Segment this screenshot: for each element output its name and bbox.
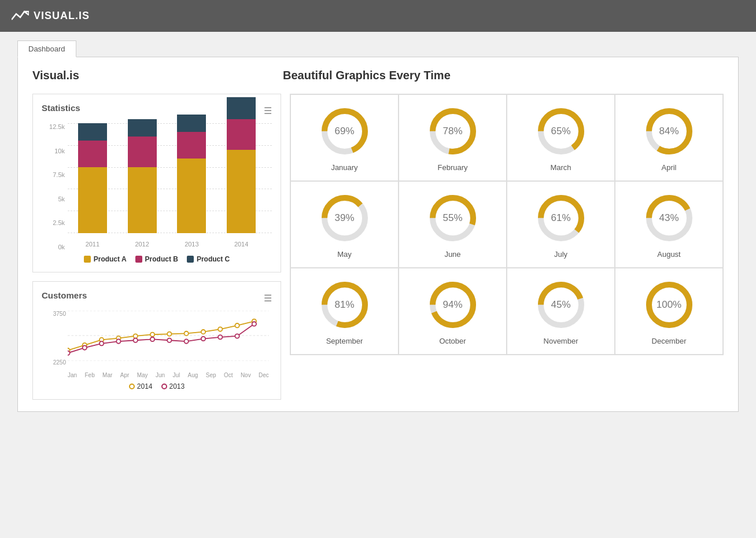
- donut-label: October: [439, 337, 466, 345]
- logo-icon: [12, 9, 29, 23]
- bar-stack-2012: [128, 119, 157, 233]
- content-wrapper: Dashboard Visual.is Beautiful Graphics E…: [0, 32, 756, 538]
- donut-label: August: [657, 250, 680, 259]
- donut-cell-december: 100%December: [615, 268, 723, 355]
- legend-dot: [187, 256, 194, 263]
- donut-wrapper: 94%: [427, 279, 479, 331]
- svg-point-15: [68, 351, 70, 355]
- donut-cell-september: 81%September: [290, 268, 399, 355]
- donut-text: 78%: [442, 126, 462, 137]
- donut-cell-july: 61%July: [507, 181, 615, 268]
- bars-container: [68, 123, 266, 233]
- panel-left-title: Visual.is: [32, 69, 79, 82]
- left-column: Statistics ☰ 12.5k 10k 7.5k 5k 2.5k 0k: [32, 94, 281, 400]
- donut-wrapper: 39%: [319, 192, 371, 244]
- donut-cell-june: 55%June: [399, 181, 507, 268]
- bar-group-2012: [125, 119, 160, 233]
- bar-chart-area: 12.5k 10k 7.5k 5k 2.5k 0k: [42, 123, 272, 250]
- legend-2014-dot: [129, 384, 135, 389]
- bar-segment-b: [227, 119, 256, 150]
- main-layout: Statistics ☰ 12.5k 10k 7.5k 5k 2.5k 0k: [32, 94, 724, 400]
- bar-segment-c: [78, 123, 107, 141]
- bar-segment-b: [78, 141, 107, 167]
- legend-dot: [135, 256, 142, 263]
- bar-segment-b: [128, 137, 157, 167]
- svg-point-13: [235, 323, 239, 327]
- panel-center-title: Beautiful Graphics Every Time: [283, 69, 451, 82]
- donut-text: 81%: [334, 299, 354, 311]
- panel-header: Visual.is Beautiful Graphics Every Time: [32, 69, 724, 82]
- tab-dashboard[interactable]: Dashboard: [17, 40, 76, 57]
- bar-segment-a: [177, 159, 206, 233]
- customers-card: Customers ☰ 3750 2250: [32, 281, 281, 400]
- line-chart-legend: 2014 2013: [42, 382, 272, 390]
- donut-text: 61%: [551, 212, 570, 224]
- svg-point-16: [83, 345, 87, 349]
- right-column: 69%January78%February65%March84%April39%…: [290, 94, 724, 400]
- bar-segment-a: [128, 167, 157, 233]
- svg-point-24: [218, 335, 222, 339]
- tabs-bar: Dashboard: [17, 40, 739, 57]
- customers-header: Customers ☰: [42, 290, 272, 306]
- svg-point-11: [201, 330, 205, 334]
- line-x-labels: Jan Feb Mar Apr May Jun Jul Aug Sep Oct …: [68, 372, 269, 378]
- donut-text: 45%: [551, 299, 570, 311]
- donut-label: November: [544, 337, 578, 345]
- donut-cell-november: 45%November: [507, 268, 615, 355]
- statistics-menu-icon[interactable]: ☰: [264, 105, 272, 116]
- donut-wrapper: 81%: [319, 279, 371, 331]
- donut-wrapper: 45%: [535, 279, 587, 331]
- donut-cell-august: 43%August: [615, 181, 723, 268]
- donut-wrapper: 55%: [427, 192, 479, 244]
- donut-label: January: [331, 163, 357, 172]
- legend-item-producta: Product A: [84, 255, 127, 263]
- legend-item-productc: Product C: [187, 255, 230, 263]
- donut-wrapper: 84%: [643, 105, 695, 157]
- svg-point-12: [218, 327, 222, 331]
- app-header: VISUAL.IS: [0, 0, 756, 32]
- donut-cell-april: 84%April: [615, 94, 723, 181]
- donut-grid: 69%January78%February65%March84%April39%…: [290, 94, 724, 355]
- donut-cell-march: 65%March: [507, 94, 615, 181]
- svg-point-7: [134, 334, 138, 338]
- donut-wrapper: 69%: [319, 105, 371, 157]
- donut-wrapper: 65%: [535, 105, 587, 157]
- customers-menu-icon[interactable]: ☰: [264, 293, 272, 304]
- donut-cell-february: 78%February: [399, 94, 507, 181]
- svg-point-9: [167, 332, 171, 336]
- svg-point-26: [252, 322, 256, 326]
- x-axis-labels: 2011201220132014: [68, 241, 266, 248]
- donut-text: 65%: [551, 126, 570, 137]
- donut-cell-january: 69%January: [290, 94, 399, 181]
- legend-item-productb: Product B: [135, 255, 178, 263]
- customers-y-labels: 3750 2250: [42, 311, 66, 366]
- donut-wrapper: 100%: [643, 279, 695, 331]
- dashboard-panel: Visual.is Beautiful Graphics Every Time …: [17, 57, 739, 412]
- svg-point-17: [99, 341, 104, 345]
- line-chart-area: 3750 2250: [42, 311, 272, 380]
- svg-point-10: [184, 331, 188, 336]
- donut-label: February: [437, 163, 467, 172]
- donut-text: 69%: [334, 126, 354, 137]
- donut-wrapper: 78%: [427, 105, 479, 157]
- bar-stack-2014: [227, 97, 256, 233]
- bar-segment-a: [227, 150, 256, 233]
- donut-label: April: [661, 163, 676, 172]
- svg-point-21: [167, 338, 171, 342]
- svg-point-8: [150, 333, 154, 337]
- donut-label: June: [444, 250, 460, 259]
- donut-label: July: [554, 250, 567, 259]
- bar-chart-legend: Product AProduct BProduct C: [42, 255, 272, 263]
- donut-wrapper: 61%: [535, 192, 587, 244]
- donut-label: September: [326, 337, 363, 345]
- svg-point-22: [184, 339, 188, 343]
- legend-2014: 2014: [129, 382, 153, 390]
- svg-point-20: [150, 337, 154, 341]
- bar-stack-2013: [177, 115, 206, 233]
- legend-2013-dot: [161, 384, 167, 389]
- donut-label: May: [337, 250, 352, 259]
- donut-text: 55%: [442, 212, 462, 224]
- bar-segment-a: [78, 167, 107, 233]
- donut-text: 84%: [659, 126, 678, 137]
- donut-text: 100%: [657, 299, 681, 311]
